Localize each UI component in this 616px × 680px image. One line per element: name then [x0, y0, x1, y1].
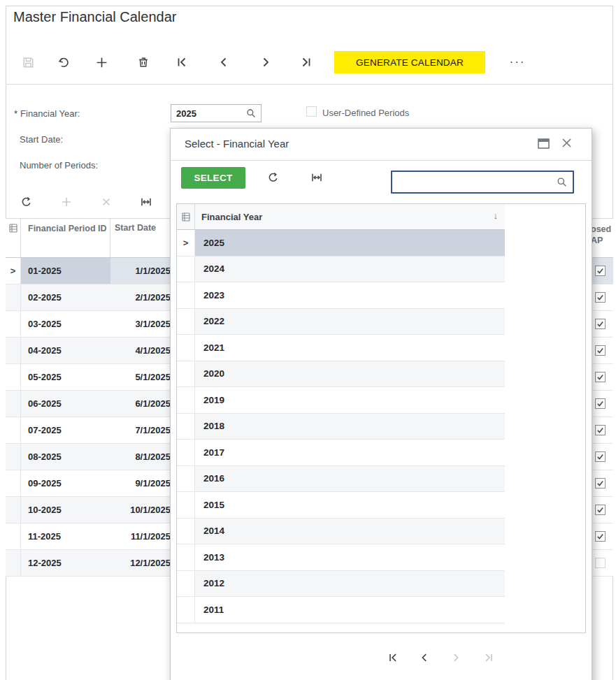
closed-ap-checkbox[interactable] [595, 319, 606, 329]
generate-calendar-button[interactable]: GENERATE CALENDAR [334, 51, 485, 73]
year-cell[interactable]: 2011 [195, 597, 505, 623]
grid-add-row-button[interactable] [55, 191, 78, 213]
period-row[interactable]: 12-2025 12/1/2025 [6, 550, 173, 577]
closed-ap-checkbox[interactable] [595, 266, 606, 276]
year-row[interactable]: 2022 [177, 309, 505, 335]
year-cell[interactable]: 2019 [195, 387, 505, 413]
search-icon[interactable] [557, 177, 567, 187]
period-row[interactable]: > 01-2025 1/1/2025 [6, 258, 173, 284]
year-cell[interactable]: 2015 [195, 492, 505, 518]
year-cell[interactable]: 2022 [195, 309, 505, 335]
year-row[interactable]: 2013 [177, 544, 505, 571]
last-record-button[interactable] [294, 50, 318, 74]
closed-ap-checkbox[interactable] [595, 531, 606, 542]
closed-ap-checkbox[interactable] [595, 558, 606, 568]
year-row[interactable]: 2015 [177, 492, 505, 519]
year-cell[interactable]: 2018 [195, 414, 505, 440]
period-row[interactable]: 10-2025 10/1/2025 [6, 497, 173, 523]
first-page-button[interactable] [386, 649, 400, 666]
start-date-cell[interactable]: 9/1/2025 [110, 470, 173, 496]
period-id-cell[interactable]: 06-2025 [21, 391, 110, 417]
popup-search-input[interactable] [392, 171, 557, 193]
previous-record-button[interactable] [212, 50, 236, 74]
year-cell[interactable]: 2023 [195, 282, 505, 308]
period-id-cell[interactable]: 04-2025 [21, 338, 110, 363]
lookup-magnifier-icon[interactable] [246, 108, 256, 118]
sort-descending-icon[interactable]: ↓ [494, 210, 499, 221]
year-row[interactable]: 2024 [177, 256, 505, 283]
popup-refresh-button[interactable] [262, 166, 285, 189]
dialog-titlebar[interactable]: Select - Financial Year [171, 129, 592, 161]
year-cell[interactable]: 2025 [195, 230, 505, 256]
year-cell[interactable]: 2016 [195, 466, 505, 492]
period-id-cell[interactable]: 07-2025 [21, 417, 110, 443]
select-button[interactable]: SELECT [181, 167, 245, 189]
start-date-cell[interactable]: 5/1/2025 [110, 364, 173, 390]
period-id-cell[interactable]: 02-2025 [21, 284, 110, 310]
start-date-cell[interactable]: 8/1/2025 [110, 444, 173, 470]
period-row[interactable]: 07-2025 7/1/2025 [6, 417, 173, 444]
last-page-button[interactable] [482, 649, 496, 666]
undo-button[interactable] [51, 50, 75, 74]
closed-ap-checkbox[interactable] [595, 425, 606, 435]
next-page-button[interactable] [449, 649, 463, 666]
period-id-cell[interactable]: 09-2025 [21, 470, 110, 496]
period-id-cell[interactable]: 01-2025 [21, 258, 110, 284]
period-row[interactable]: 02-2025 2/1/2025 [6, 284, 173, 311]
period-id-cell[interactable]: 05-2025 [21, 364, 110, 390]
year-row[interactable]: 2020 [177, 361, 505, 388]
row-settings-icon[interactable] [177, 204, 195, 229]
closed-ap-checkbox[interactable] [595, 345, 606, 356]
previous-page-button[interactable] [417, 649, 431, 666]
maximize-button[interactable] [537, 138, 550, 150]
period-row[interactable]: 11-2025 11/1/2025 [6, 523, 173, 550]
period-row[interactable]: 05-2025 5/1/2025 [6, 364, 173, 391]
year-cell[interactable]: 2012 [195, 571, 505, 597]
start-date-cell[interactable]: 2/1/2025 [110, 284, 173, 310]
grid-fit-width-button[interactable] [135, 191, 157, 213]
start-date-cell[interactable]: 1/1/2025 [110, 258, 173, 284]
year-row[interactable]: 2017 [177, 440, 505, 466]
closed-ap-checkbox[interactable] [595, 372, 606, 382]
user-defined-periods-checkbox[interactable] [306, 106, 317, 117]
year-row[interactable]: 2018 [177, 414, 505, 440]
period-id-cell[interactable]: 03-2025 [21, 311, 110, 337]
start-date-cell[interactable]: 3/1/2025 [110, 311, 173, 337]
year-row[interactable]: 2019 [177, 387, 505, 414]
start-date-cell[interactable]: 7/1/2025 [110, 417, 173, 443]
period-id-cell[interactable]: 11-2025 [21, 523, 110, 549]
start-date-cell[interactable]: 11/1/2025 [110, 523, 173, 549]
year-row[interactable]: 2016 [177, 466, 505, 493]
delete-button[interactable] [131, 50, 155, 74]
year-row[interactable]: 2011 [177, 597, 505, 623]
year-cell[interactable]: 2014 [195, 519, 505, 544]
year-cell[interactable]: 2013 [195, 544, 505, 570]
period-id-cell[interactable]: 08-2025 [21, 444, 110, 470]
next-record-button[interactable] [254, 50, 278, 74]
year-row[interactable]: 2014 [177, 519, 505, 545]
year-cell[interactable]: 2024 [195, 256, 505, 282]
closed-ap-checkbox[interactable] [595, 292, 606, 303]
start-date-cell[interactable]: 10/1/2025 [110, 497, 173, 523]
year-row[interactable]: 2021 [177, 335, 505, 361]
start-date-cell[interactable]: 4/1/2025 [110, 338, 173, 363]
period-id-cell[interactable]: 10-2025 [21, 497, 110, 523]
period-row[interactable]: 06-2025 6/1/2025 [6, 391, 173, 417]
closed-ap-checkbox[interactable] [595, 398, 606, 409]
year-cell[interactable]: 2017 [195, 440, 505, 465]
period-row[interactable]: 03-2025 3/1/2025 [6, 311, 173, 338]
column-header-financial-period-id[interactable]: Financial Period ID [21, 219, 110, 257]
period-row[interactable]: 04-2025 4/1/2025 [6, 338, 173, 364]
financial-year-field[interactable]: 2025 [171, 104, 262, 122]
column-header-start-date[interactable]: Start Date [110, 219, 173, 257]
save-button[interactable] [16, 50, 40, 74]
more-actions-button[interactable]: ··· [503, 50, 531, 74]
grid-delete-row-button[interactable] [95, 191, 117, 213]
closed-ap-checkbox[interactable] [595, 451, 606, 462]
start-date-cell[interactable]: 6/1/2025 [110, 391, 173, 417]
row-settings-icon[interactable] [6, 219, 21, 257]
closed-ap-checkbox[interactable] [595, 505, 606, 515]
grid-refresh-button[interactable] [15, 191, 38, 213]
start-date-cell[interactable]: 12/1/2025 [110, 550, 173, 576]
year-row[interactable]: 2012 [177, 571, 505, 598]
